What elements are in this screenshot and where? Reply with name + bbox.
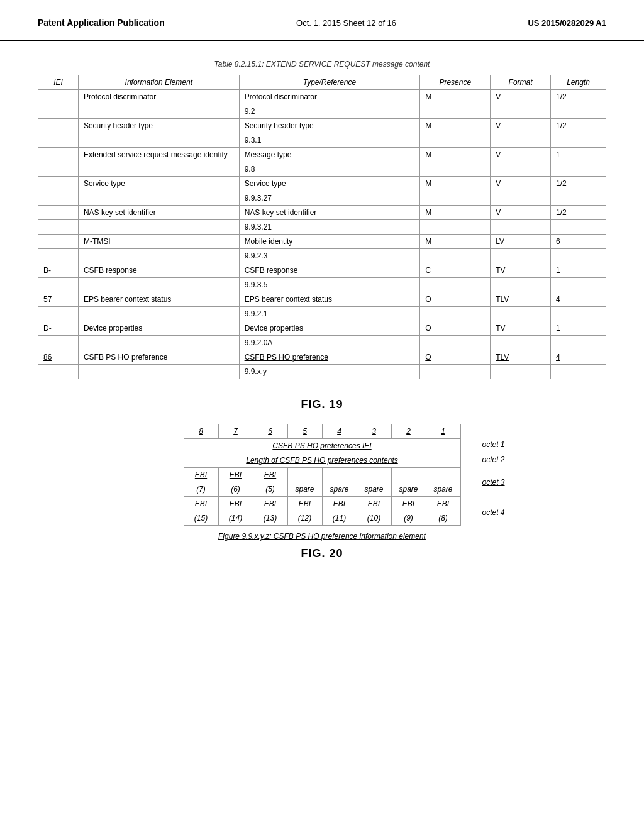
cell-empty-format	[491, 336, 551, 350]
publication-date-sheet: Oct. 1, 2015 Sheet 12 of 16	[296, 18, 396, 28]
bit-header-8: 8	[184, 424, 218, 439]
bit-row4b-cell-1: (14)	[218, 511, 253, 526]
bit-row3b-cell-4: spare	[322, 482, 357, 497]
cell-empty-ie	[78, 336, 239, 350]
publication-title: Patent Application Publication	[38, 18, 165, 28]
cell-empty-iei	[38, 104, 79, 119]
bit-row-3b: (7)(6)(5)sparesparesparesparespare	[184, 482, 460, 497]
cell-format: V	[491, 119, 551, 133]
cell-type: Service type	[239, 177, 420, 191]
bit-row4b-cell-0: (15)	[184, 511, 218, 526]
cell-empty-presence	[420, 336, 491, 350]
table-row: Security header typeSecurity header type…	[38, 119, 606, 133]
page-content: Table 8.2.15.1: EXTEND SERVICE REQUEST m…	[0, 41, 644, 592]
bit-row4a-cell-0: EBI	[184, 497, 218, 511]
cell-type: Mobile identity	[239, 235, 420, 249]
cell-format: V	[491, 148, 551, 162]
publication-number: US 2015/0282029 A1	[528, 18, 606, 28]
cell-format: LV	[491, 235, 551, 249]
cell-iei	[38, 177, 79, 191]
cell-empty-length	[551, 307, 606, 321]
cell-ref: 9.9.3.5	[239, 278, 420, 292]
cell-length: 6	[551, 235, 606, 249]
cell-empty-presence	[420, 191, 491, 206]
cell-format: TV	[491, 321, 551, 336]
cell-empty-iei	[38, 336, 79, 350]
bit-row4a-cell-6: EBI	[391, 497, 426, 511]
cell-ref: 9.9.2.1	[239, 307, 420, 321]
bit-row4a-cell-1: EBI	[218, 497, 253, 511]
cell-type: CSFB response	[239, 263, 420, 278]
bit-row3a-cell-3	[287, 468, 322, 482]
cell-presence: M	[420, 177, 491, 191]
bit-diagram-caption: Figure 9.9.x.y.z: CSFB PS HO preference …	[38, 532, 606, 541]
table-row: NAS key set identifierNAS key set identi…	[38, 206, 606, 220]
cell-ie: CSFB PS HO preference	[78, 350, 239, 365]
bit-row4a-cell-4: EBI	[322, 497, 357, 511]
bit-row3b-cell-7: spare	[426, 482, 460, 497]
cell-iei: B-	[38, 263, 79, 278]
table-row: Extended service request message identit…	[38, 148, 606, 162]
cell-ref: 9.9.2.0A	[239, 336, 420, 350]
table-ref-row: 9.2	[38, 104, 606, 119]
cell-iei	[38, 90, 79, 104]
table-ref-row: 9.9.x.y	[38, 365, 606, 379]
cell-ie: M-TMSI	[78, 235, 239, 249]
bit-row4b-cell-7: (8)	[426, 511, 460, 526]
bit-header-1: 1	[426, 424, 460, 439]
cell-length: 1/2	[551, 90, 606, 104]
cell-ie: EPS bearer context status	[78, 292, 239, 307]
table-ref-row: 9.9.3.21	[38, 220, 606, 235]
cell-empty-format	[491, 191, 551, 206]
bit-row4b-cell-4: (11)	[322, 511, 357, 526]
col-header-length: Length	[551, 75, 606, 90]
bit-row3b-cell-3: spare	[287, 482, 322, 497]
cell-ref: 9.9.3.27	[239, 191, 420, 206]
bit-row-2: Length of CSFB PS HO preferences content…	[184, 453, 460, 468]
cell-empty-ie	[78, 249, 239, 263]
cell-empty-iei	[38, 365, 79, 379]
bit-row3b-cell-6: spare	[391, 482, 426, 497]
cell-empty-length	[551, 365, 606, 379]
cell-empty-presence	[420, 365, 491, 379]
cell-length: 4	[551, 292, 606, 307]
table-ref-row: 9.9.3.27	[38, 191, 606, 206]
cell-empty-length	[551, 278, 606, 292]
cell-ref: 9.2	[239, 104, 420, 119]
cell-length: 1/2	[551, 119, 606, 133]
table-row: Protocol discriminatorProtocol discrimin…	[38, 90, 606, 104]
cell-empty-presence	[420, 133, 491, 148]
cell-presence: M	[420, 206, 491, 220]
cell-ie: CSFB response	[78, 263, 239, 278]
bit-header-5: 5	[287, 424, 322, 439]
bit-row3a-cell-7	[426, 468, 460, 482]
cell-ref: 9.9.x.y	[239, 365, 420, 379]
cell-ref: 9.3.1	[239, 133, 420, 148]
cell-presence: O	[420, 321, 491, 336]
cell-presence: C	[420, 263, 491, 278]
bit-row3a-cell-6	[391, 468, 426, 482]
bit-header-7: 7	[218, 424, 253, 439]
cell-type: Device properties	[239, 321, 420, 336]
table-row: 86CSFB PS HO preferenceCSFB PS HO prefer…	[38, 350, 606, 365]
cell-empty-iei	[38, 278, 79, 292]
bit-row4a-cell-2: EBI	[253, 497, 287, 511]
cell-empty-presence	[420, 307, 491, 321]
table-ref-row: 9.3.1	[38, 133, 606, 148]
bit-diagram-table: 87654321 CSFB PS HO preferences IEI Leng…	[184, 424, 461, 526]
cell-empty-format	[491, 133, 551, 148]
cell-length: 1	[551, 148, 606, 162]
cell-format: V	[491, 177, 551, 191]
bit-row3b-cell-2: (5)	[253, 482, 287, 497]
cell-format: TLV	[491, 292, 551, 307]
cell-type: CSFB PS HO preference	[239, 350, 420, 365]
cell-iei	[38, 206, 79, 220]
cell-empty-format	[491, 220, 551, 235]
bit-header-row: 87654321	[184, 424, 460, 439]
bit-row4a-cell-5: EBI	[357, 497, 391, 511]
cell-type: EPS bearer context status	[239, 292, 420, 307]
cell-empty-format	[491, 104, 551, 119]
cell-empty-presence	[420, 249, 491, 263]
bit-row4a-cell-7: EBI	[426, 497, 460, 511]
cell-empty-iei	[38, 220, 79, 235]
